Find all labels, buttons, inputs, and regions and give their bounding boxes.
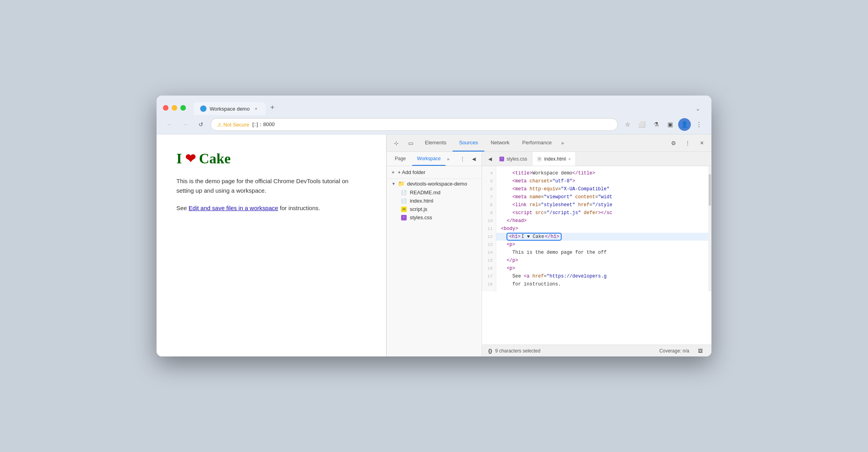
sources-tab-actions: ⋮ ◀ [458,154,478,164]
new-tab-button[interactable]: + [266,100,279,115]
code-line-7: <meta name="viewport" content="widt [496,193,708,201]
code-area[interactable]: 4 5 6 7 8 9 10 11 12 13 14 [482,166,711,345]
code-line-17: See <a href="https://developers.g [496,272,708,280]
code-line-10: </head> [496,217,708,225]
code-lines: 4 5 6 7 8 9 10 11 12 13 14 [482,166,711,291]
editor-tab-styles-css[interactable]: * styles.css [495,152,532,166]
sources-tab-page[interactable]: Page [390,152,411,166]
minimize-window-button[interactable] [172,105,177,111]
tab-close-button[interactable]: × [253,105,259,112]
chrome-menu-button[interactable]: ⋮ [692,118,705,131]
profile-button[interactable]: 👤 [678,118,691,131]
sidebar-toggle-button[interactable]: ▣ [664,118,677,131]
line-num-14: 14 [482,249,496,257]
back-button[interactable]: ← [163,118,176,131]
line-num-17: 17 [482,272,496,280]
tab-menu-button[interactable]: ⌄ [691,102,705,115]
workspace-tutorial-link[interactable]: Edit and save files in a workspace [189,205,278,211]
styles-css-filename: styles.css [410,215,432,220]
styles-css-tab-icon: * [499,157,504,161]
index-html-tab-icon: H [537,157,542,161]
file-item-index-html[interactable]: 📄 index.html [387,197,482,205]
code-line-15: </p> [496,257,708,264]
line-num-15: 15 [482,257,496,264]
refresh-button[interactable]: ↺ [195,118,207,131]
devtools-more-button[interactable]: ⋮ [681,137,694,149]
add-icon: + [392,169,395,175]
sources-collapse-button[interactable]: ◀ [469,154,478,164]
webpage-paragraph2-suffix: for instructions. [278,205,320,211]
line-num-11: 11 [482,225,496,233]
code-editor: ◀ * styles.css H index.html × [482,152,711,356]
sources-menu-button[interactable]: ⋮ [458,154,467,164]
line-num-6: 6 [482,185,496,193]
editor-tabs: ◀ * styles.css H index.html × [482,152,711,166]
nav-bar: ← → ↺ ⚠ Not Secure [::]：8000 ☆ ⬜ ⚗ ▣ 👤 ⋮ [157,115,711,134]
page-heading: I ❤ Cake [176,150,366,167]
device-toggle-button[interactable]: ▭ [404,137,417,149]
close-window-button[interactable] [163,105,168,111]
vertical-scrollbar[interactable] [708,166,711,291]
line-num-9: 9 [482,209,496,217]
code-line-16: <p> [496,264,708,272]
sources-panel: Page Workspace » ⋮ ◀ + + Add folder [387,152,711,356]
line-num-8: 8 [482,201,496,209]
html-file-icon: 📄 [401,198,407,204]
screenshot-button[interactable]: 🖼 [696,346,705,356]
selected-text-status: 9 characters selected [495,348,540,354]
devtools-tabs: Elements Sources Network Performance » [419,134,665,151]
format-button[interactable]: {} [488,348,492,354]
sources-tab-workspace[interactable]: Workspace [412,152,445,166]
code-line-4: <title>Workspace demo</title> [496,169,708,177]
browser-tabs: 🌐 Workspace demo × + ⌄ [194,100,705,115]
tab-performance[interactable]: Performance [516,134,558,151]
webpage-content: I ❤ Cake This is the demo page for the o… [157,134,386,356]
js-file-icon: JS [401,207,407,212]
status-bar: {} 9 characters selected Coverage: n/a 🖼 [482,345,711,356]
address-bar[interactable]: ⚠ Not Secure [::]：8000 [210,118,618,131]
heading-i: I [176,150,182,167]
editor-collapse-button[interactable]: ◀ [485,154,495,164]
devtools-toolbar-right: ⚙ ⋮ × [667,137,708,149]
status-right: Coverage: n/a 🖼 [660,346,705,356]
code-line-5: <meta charset="utf-8"> [496,177,708,185]
readme-file-icon: 📄 [401,190,407,195]
extensions-button[interactable]: ⬜ [635,118,648,131]
tab-network[interactable]: Network [484,134,516,151]
heart-icon: ❤ [185,151,196,166]
editor-tab-close-button[interactable]: × [568,157,571,161]
line-num-13: 13 [482,241,496,249]
scrollbar-thumb [709,174,711,206]
security-warning-icon: ⚠ Not Secure [217,122,249,128]
sources-tab-more[interactable]: » [447,157,449,161]
webpage-paragraph2: See Edit and save files in a workspace f… [176,203,366,213]
index-html-filename: index.html [410,198,433,204]
element-picker-button[interactable]: ⊹ [390,137,403,149]
flask-button[interactable]: ⚗ [650,118,662,131]
add-folder-button[interactable]: + + Add folder [387,166,482,179]
add-folder-label: + Add folder [398,169,426,175]
file-item-readme[interactable]: 📄 README.md [387,188,482,197]
folder-icon: 📁 [398,180,405,187]
tab-sources[interactable]: Sources [453,134,484,151]
code-line-14: This is the demo page for the off [496,249,708,257]
editor-tab-index-html[interactable]: H index.html × [532,152,576,166]
file-tree: Page Workspace » ⋮ ◀ + + Add folder [387,152,482,356]
devtools-tabs-more[interactable]: » [558,134,567,151]
forward-button[interactable]: → [179,118,191,131]
bookmark-button[interactable]: ☆ [621,118,634,131]
code-content: <title>Workspace demo</title> <meta char… [496,166,708,291]
tab-elements[interactable]: Elements [419,134,453,151]
devtools-panel: ⊹ ▭ Elements Sources Network Performance… [386,134,711,356]
active-tab[interactable]: 🌐 Workspace demo × [194,102,266,115]
devtools-toolbar: ⊹ ▭ Elements Sources Network Performance… [387,134,711,152]
devtools-close-button[interactable]: × [696,137,708,149]
file-item-script-js[interactable]: JS script.js [387,205,482,213]
index-html-tab-label: index.html [544,156,566,162]
workspace-folder[interactable]: ▼ 📁 devtools-workspace-demo [387,179,482,188]
file-item-styles-css[interactable]: * styles.css [387,213,482,222]
folder-name: devtools-workspace-demo [407,181,467,187]
readme-filename: README.md [410,190,440,195]
maximize-window-button[interactable] [180,105,186,111]
devtools-settings-button[interactable]: ⚙ [667,137,680,149]
